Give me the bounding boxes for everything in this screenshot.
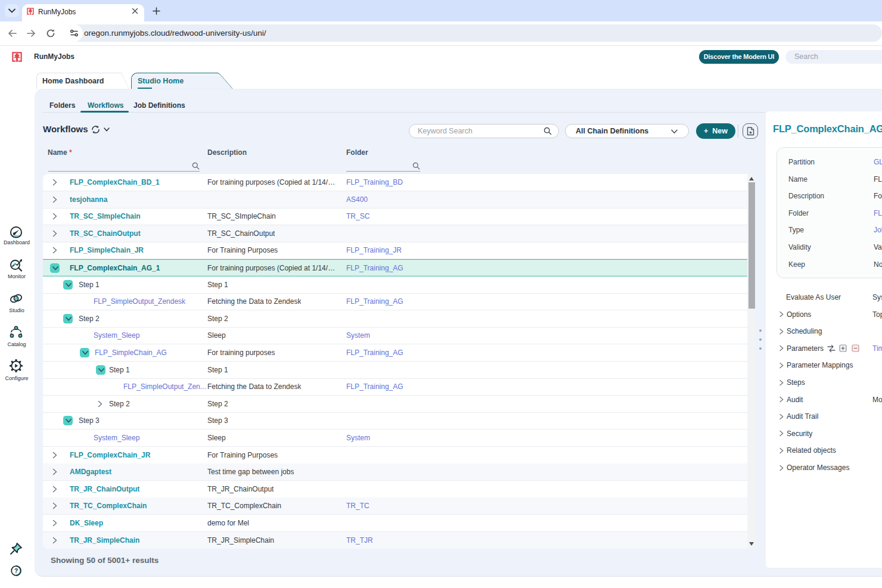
svg-text:?: ? — [14, 568, 18, 574]
